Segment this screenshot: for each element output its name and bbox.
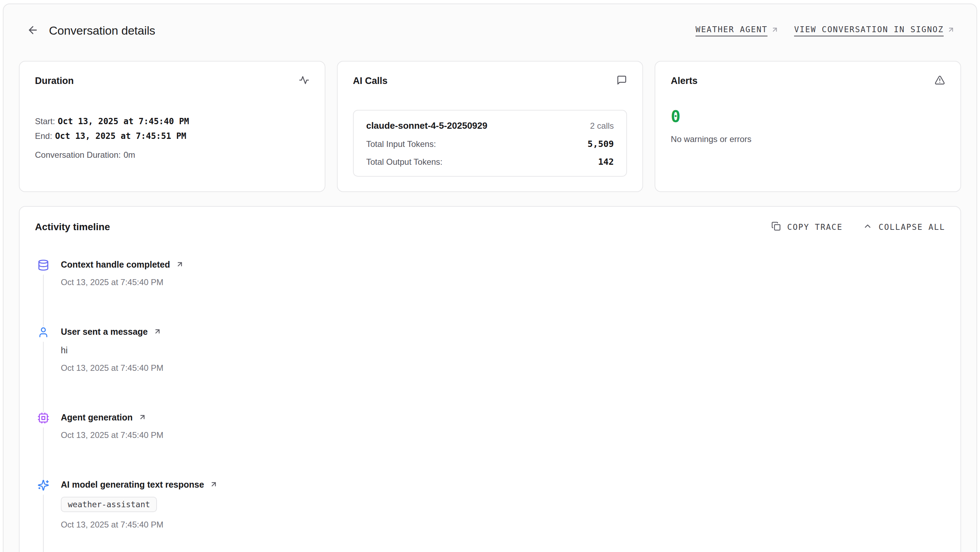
arrow-left-icon <box>27 24 39 37</box>
arrow-up-right-icon <box>176 260 184 270</box>
open-span-button[interactable] <box>176 260 184 270</box>
message-square-icon <box>617 75 627 87</box>
timeline-connector <box>43 342 44 412</box>
timeline-list: Context handle completed Oct 13, 2025 at… <box>35 259 945 552</box>
timeline-connector <box>43 274 44 326</box>
timeline-title: Activity timeline <box>35 222 110 233</box>
back-button[interactable] <box>26 24 40 37</box>
model-name: claude-sonnet-4-5-20250929 <box>366 120 488 131</box>
event-title: Context handle completed <box>61 260 170 270</box>
database-icon <box>37 259 49 271</box>
event-badge: weather-assistant <box>61 497 157 512</box>
conversation-duration-value: 0m <box>123 150 135 160</box>
start-time-value: Oct 13, 2025 at 7:45:40 PM <box>58 116 189 126</box>
user-icon <box>37 326 49 338</box>
timeline-connector <box>43 428 44 479</box>
alert-triangle-icon <box>935 75 945 87</box>
event-title: AI model generating text response <box>61 480 204 490</box>
collapse-all-button[interactable]: COLLAPSE ALL <box>863 222 945 233</box>
event-body: hi <box>61 345 164 356</box>
weather-agent-link[interactable]: WEATHER AGENT <box>695 25 779 37</box>
header-links: WEATHER AGENT VIEW CONVERSATION IN SIGNO… <box>695 25 955 37</box>
output-tokens-value: 142 <box>598 157 614 167</box>
model-usage-card: claude-sonnet-4-5-20250929 2 calls Total… <box>353 110 627 177</box>
arrow-up-right-icon <box>210 480 218 490</box>
arrow-up-right-icon <box>153 327 161 337</box>
duration-card-title: Duration <box>35 75 74 86</box>
open-span-button[interactable] <box>153 327 161 337</box>
conversation-duration-row: Conversation Duration:0m <box>35 148 309 162</box>
event-title: User sent a message <box>61 327 148 337</box>
alerts-message: No warnings or errors <box>671 134 945 144</box>
end-time-row: End:Oct 13, 2025 at 7:45:51 PM <box>35 129 309 144</box>
input-tokens-row: Total Input Tokens: 5,509 <box>366 139 614 149</box>
ai-calls-card: AI Calls claude-sonnet-4-5-20250929 2 ca… <box>337 61 643 192</box>
external-link-icon <box>947 26 955 35</box>
chevron-up-icon <box>863 222 872 233</box>
event-timestamp: Oct 13, 2025 at 7:45:40 PM <box>61 278 184 287</box>
view-conversation-in-signoz-link[interactable]: VIEW CONVERSATION IN SIGNOZ <box>794 25 955 37</box>
copy-trace-button[interactable]: COPY TRACE <box>772 222 842 233</box>
ai-calls-card-title: AI Calls <box>353 75 388 86</box>
input-tokens-value: 5,509 <box>587 139 614 149</box>
page-title: Conversation details <box>49 24 155 37</box>
arrow-up-right-icon <box>138 413 146 422</box>
open-span-button[interactable] <box>210 480 218 490</box>
activity-timeline-card: Activity timeline COPY TRACE COLLAPSE AL… <box>19 206 961 552</box>
alerts-count: 0 <box>671 107 945 126</box>
timeline-item: AI model generating text response weathe… <box>37 479 945 552</box>
main-panel: Conversation details WEATHER AGENT VIEW … <box>3 3 977 552</box>
output-tokens-row: Total Output Tokens: 142 <box>366 157 614 167</box>
timeline-item: User sent a message hi Oct 13, 2025 at 7… <box>37 326 945 412</box>
cpu-icon <box>37 412 49 424</box>
stat-cards-row: Duration Start:Oct 13, 2025 at 7:45:40 P… <box>19 61 961 192</box>
model-call-count: 2 calls <box>590 121 614 131</box>
activity-icon <box>299 75 309 87</box>
external-link-icon <box>771 26 779 35</box>
end-time-value: Oct 13, 2025 at 7:45:51 PM <box>55 131 186 141</box>
event-title: Agent generation <box>61 412 133 423</box>
alerts-card: Alerts 0 No warnings or errors <box>655 61 961 192</box>
timeline-connector <box>43 495 44 552</box>
timeline-item: Agent generation Oct 13, 2025 at 7:45:40… <box>37 412 945 479</box>
copy-icon <box>772 222 781 233</box>
page-header: Conversation details WEATHER AGENT VIEW … <box>19 19 961 42</box>
sparkles-icon <box>37 479 49 491</box>
start-time-row: Start:Oct 13, 2025 at 7:45:40 PM <box>35 114 309 129</box>
open-span-button[interactable] <box>138 413 146 422</box>
event-timestamp: Oct 13, 2025 at 7:45:40 PM <box>61 520 218 530</box>
event-timestamp: Oct 13, 2025 at 7:45:40 PM <box>61 363 164 373</box>
alerts-card-title: Alerts <box>671 75 698 86</box>
duration-card: Duration Start:Oct 13, 2025 at 7:45:40 P… <box>19 61 325 192</box>
event-timestamp: Oct 13, 2025 at 7:45:40 PM <box>61 430 164 440</box>
timeline-item: Context handle completed Oct 13, 2025 at… <box>37 259 945 326</box>
